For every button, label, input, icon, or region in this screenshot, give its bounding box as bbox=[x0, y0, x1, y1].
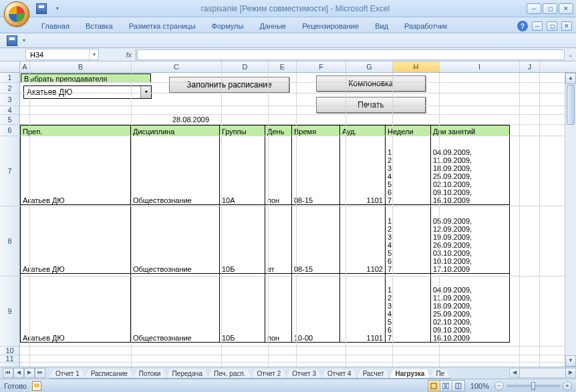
table-cell[interactable]: Акатьев ДЮ bbox=[21, 136, 131, 205]
sheet-tab-Отчет 4[interactable]: Отчет 4 bbox=[321, 369, 357, 379]
table-cell[interactable]: вт bbox=[265, 205, 292, 274]
ribbon-tab-Формулы[interactable]: Формулы bbox=[204, 19, 252, 33]
table-cell[interactable]: 10Б bbox=[220, 205, 265, 274]
row-header-7[interactable]: 7 bbox=[0, 136, 19, 206]
close-button[interactable]: ✕ bbox=[559, 3, 573, 14]
select-all-corner[interactable] bbox=[0, 61, 20, 72]
sheet-tab-Пе[interactable]: Пе bbox=[430, 369, 450, 379]
name-box-dropdown[interactable]: ▾ bbox=[89, 49, 98, 59]
scroll-thumb[interactable] bbox=[567, 85, 575, 125]
zoom-out[interactable]: − bbox=[494, 381, 504, 391]
row-header-11[interactable]: 11 bbox=[0, 355, 19, 363]
table-cell[interactable]: Акатьев ДЮ bbox=[21, 274, 131, 343]
sheet-tab-Отчет 1[interactable]: Отчет 1 bbox=[49, 369, 86, 379]
tab-nav-prev[interactable]: ◀ bbox=[13, 368, 24, 378]
ribbon-tab-Вставка[interactable]: Вставка bbox=[78, 19, 121, 33]
table-cell[interactable]: 1102 bbox=[340, 205, 386, 274]
toolbar-save-dropdown[interactable]: ▾ bbox=[23, 37, 25, 43]
table-cell[interactable]: 10Б bbox=[220, 274, 265, 343]
sheet-tab-Отчет 3[interactable]: Отчет 3 bbox=[286, 369, 322, 379]
workbook-restore[interactable]: ◻ bbox=[547, 21, 557, 31]
tab-nav-last[interactable]: ⏭ bbox=[35, 368, 45, 378]
table-cell[interactable]: 10А bbox=[220, 136, 265, 205]
formula-bar-expand[interactable]: ⌄ bbox=[565, 51, 576, 58]
table-cell[interactable]: Акатьев ДЮ bbox=[21, 205, 131, 274]
col-header-H[interactable]: H bbox=[393, 61, 440, 72]
qat-customize[interactable]: ▾ bbox=[51, 2, 64, 15]
scroll-down-button[interactable]: ▼ bbox=[565, 355, 576, 367]
workbook-close[interactable]: ✕ bbox=[561, 21, 572, 31]
table-cell[interactable]: 08-15 bbox=[292, 205, 340, 274]
row-header-6[interactable]: 6 bbox=[0, 125, 19, 136]
view-normal[interactable] bbox=[428, 381, 440, 391]
view-page-layout[interactable] bbox=[440, 381, 452, 391]
row-header-9[interactable]: 9 bbox=[0, 276, 19, 347]
ribbon-tab-Главная[interactable]: Главная bbox=[33, 19, 78, 33]
help-button[interactable]: ? bbox=[517, 21, 528, 31]
table-cell[interactable]: 04.09.2009, 11.09.2009, 18.09.2009, 25.0… bbox=[431, 274, 510, 343]
col-header-B[interactable]: B bbox=[30, 61, 132, 72]
table-cell[interactable]: 10-00 bbox=[292, 274, 340, 343]
zoom-slider[interactable] bbox=[507, 385, 560, 387]
layout-button[interactable]: Компоновка bbox=[316, 75, 426, 91]
formula-bar[interactable] bbox=[137, 49, 565, 60]
maximize-button[interactable]: ◻ bbox=[543, 3, 557, 14]
table-cell[interactable]: Обществознание bbox=[131, 274, 220, 343]
col-header-F[interactable]: F bbox=[297, 61, 346, 72]
ribbon-tab-Разработчик[interactable]: Разработчик bbox=[396, 19, 455, 33]
hscroll-right[interactable]: ▶ bbox=[565, 369, 575, 377]
table-cell[interactable]: пон bbox=[265, 136, 292, 205]
row-header-3[interactable]: 3 bbox=[0, 93, 19, 106]
sheet-tab-Потоки[interactable]: Потоки bbox=[133, 369, 167, 379]
fx-icon[interactable]: fx bbox=[99, 49, 136, 61]
sheet-tab-Передача[interactable]: Передача bbox=[166, 369, 208, 379]
table-cell[interactable]: 08-15 bbox=[292, 136, 340, 205]
view-page-break[interactable] bbox=[452, 381, 464, 391]
col-header-G[interactable]: G bbox=[346, 61, 393, 72]
teacher-combo[interactable]: Акатьев ДЮ ▾ bbox=[23, 85, 152, 99]
vertical-scrollbar[interactable]: ▲ ▼ bbox=[565, 73, 576, 367]
office-button[interactable] bbox=[4, 1, 29, 27]
macro-record-icon[interactable] bbox=[32, 381, 41, 391]
tab-nav-next[interactable]: ▶ bbox=[24, 368, 35, 378]
col-header-D[interactable]: D bbox=[222, 61, 269, 72]
ribbon-tab-Разметка страницы[interactable]: Разметка страницы bbox=[121, 19, 204, 33]
col-header-I[interactable]: I bbox=[440, 61, 520, 72]
row-header-8[interactable]: 8 bbox=[0, 206, 19, 276]
ribbon-tab-Рецензирование[interactable]: Рецензирование bbox=[294, 19, 367, 33]
print-button[interactable]: Печать bbox=[316, 97, 426, 113]
sheet-tab-Расчет[interactable]: Расчет bbox=[357, 369, 390, 379]
row-header-4[interactable]: 4 bbox=[0, 106, 19, 115]
horizontal-scrollbar[interactable]: ◀ ▶ bbox=[509, 368, 576, 378]
qat-save[interactable] bbox=[35, 2, 48, 15]
sheet-tab-Нагрузка[interactable]: Нагрузка bbox=[389, 369, 430, 379]
name-box[interactable]: H34 ▾ bbox=[25, 49, 99, 60]
sheet-tab-Отчет 2[interactable]: Отчет 2 bbox=[251, 369, 287, 379]
table-cell[interactable]: 04.09.2009, 11.09.2009, 18.09.2009, 25.0… bbox=[431, 136, 510, 205]
sheet-tab-Печ. расп.[interactable]: Печ. расп. bbox=[208, 369, 252, 379]
zoom-in[interactable]: + bbox=[563, 381, 572, 391]
table-cell[interactable]: пон bbox=[265, 274, 292, 343]
table-cell[interactable]: Обществознание bbox=[131, 136, 220, 205]
row-header-5[interactable]: 5 bbox=[0, 115, 19, 125]
table-cell[interactable]: 1101 bbox=[340, 274, 386, 343]
scroll-up-button[interactable]: ▲ bbox=[565, 73, 576, 84]
table-cell[interactable]: 1101 bbox=[340, 136, 386, 205]
toolbar-save[interactable] bbox=[5, 34, 19, 47]
tab-nav-first[interactable]: ⏮ bbox=[3, 368, 13, 378]
col-header-E[interactable]: E bbox=[269, 61, 297, 72]
col-header-C[interactable]: C bbox=[132, 61, 222, 72]
ribbon-tab-Вид[interactable]: Вид bbox=[367, 19, 396, 33]
table-cell[interactable]: 05.09.2009, 12.09.2009, 19.09.2009, 26.0… bbox=[431, 205, 510, 274]
col-header-A[interactable]: A bbox=[20, 61, 30, 72]
hscroll-left[interactable]: ◀ bbox=[510, 369, 520, 377]
teacher-combo-button[interactable]: ▾ bbox=[140, 86, 151, 98]
row-header-2[interactable]: 2 bbox=[0, 83, 19, 93]
ribbon-minimize[interactable]: ─ bbox=[532, 21, 543, 31]
minimize-button[interactable]: ─ bbox=[527, 3, 541, 14]
table-cell[interactable]: Обществознание bbox=[131, 205, 220, 274]
sheet-tab-Расписание[interactable]: Расписание bbox=[85, 369, 134, 379]
col-header-J[interactable]: J bbox=[520, 61, 540, 72]
row-header-1[interactable]: 1 bbox=[0, 73, 19, 83]
fill-schedule-button[interactable]: Заполнить расписание bbox=[169, 77, 289, 93]
